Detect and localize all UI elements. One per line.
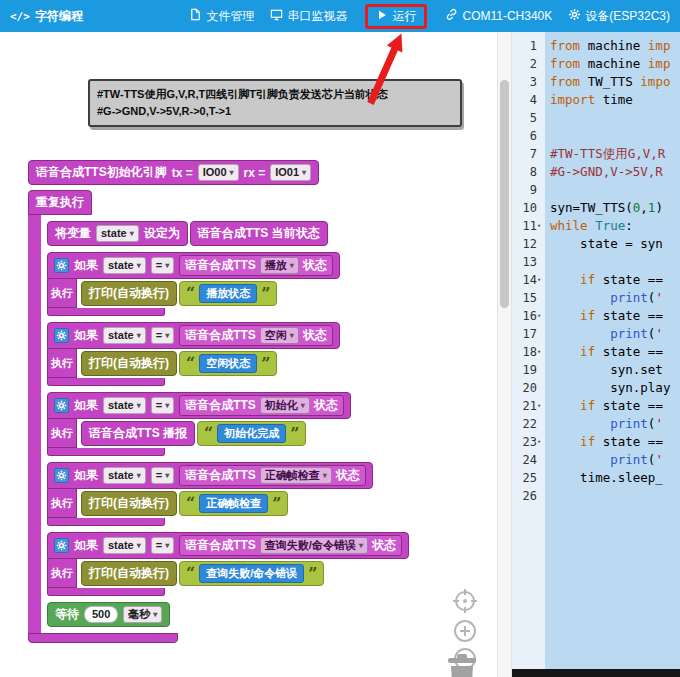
if-header[interactable]: 如果state▾=▾语音合成TTS初始化▾状态 bbox=[47, 392, 351, 419]
scrollbar-thumb[interactable] bbox=[500, 80, 509, 308]
comment-line: #TW-TTS使用G,V,R,T四线引脚T引脚负责发送芯片当前状态 bbox=[97, 86, 453, 103]
if-header[interactable]: 如果state▾=▾语音合成TTS正确帧检查▾状态 bbox=[47, 462, 373, 489]
wait-value-field[interactable]: 500 bbox=[84, 606, 118, 623]
tts-state-block[interactable]: 语音合成TTS初始化▾状态 bbox=[179, 395, 344, 416]
caret-down-icon: ▾ bbox=[323, 472, 327, 480]
string-block[interactable]: “播放状态” bbox=[179, 281, 277, 306]
tts-state-block[interactable]: 语音合成TTS播放▾状态 bbox=[179, 255, 333, 276]
variable-dropdown[interactable]: state▾ bbox=[103, 257, 146, 274]
code-horizontal-scrollbar[interactable] bbox=[512, 669, 680, 677]
caret-down-icon: ▾ bbox=[165, 262, 169, 270]
variable-dropdown[interactable]: state▾ bbox=[96, 225, 139, 242]
wait-block[interactable]: 等待 500 毫秒▾ bbox=[47, 602, 170, 627]
variable-dropdown[interactable]: state▾ bbox=[103, 397, 146, 414]
string-value[interactable]: 播放状态 bbox=[199, 284, 257, 303]
fold-marker[interactable]: ▾ bbox=[537, 348, 545, 356]
close-quote-icon: ” bbox=[261, 359, 270, 369]
operator-dropdown[interactable]: =▾ bbox=[151, 537, 174, 554]
print-block[interactable]: 打印(自动换行) bbox=[81, 281, 177, 306]
string-block[interactable]: “空闲状态” bbox=[179, 351, 277, 376]
fold-marker[interactable]: ▾ bbox=[537, 438, 545, 446]
if-block[interactable]: 如果state▾=▾语音合成TTS初始化▾状态执行语音合成TTS 播报“初始化完… bbox=[47, 392, 409, 456]
print-block[interactable]: 打印(自动换行) bbox=[81, 561, 177, 586]
fold-marker[interactable]: ▾ bbox=[537, 312, 545, 320]
mutator-gear-icon[interactable] bbox=[54, 328, 69, 343]
if-body: 执行打印(自动换行)“查询失败/命令错误” bbox=[47, 559, 324, 588]
block-workspace[interactable]: #TW-TTS使用G,V,R,T四线引脚T引脚负责发送芯片当前状态 #G->GN… bbox=[0, 32, 497, 677]
state-option-dropdown[interactable]: 空闲▾ bbox=[260, 327, 299, 344]
comment-line: #G->GND,V->5V,R->0,T->1 bbox=[97, 103, 453, 120]
if-body: 执行打印(自动换行)“正确帧检查” bbox=[47, 489, 288, 518]
state-option-dropdown[interactable]: 播放▾ bbox=[260, 257, 299, 274]
operator-dropdown[interactable]: =▾ bbox=[151, 327, 174, 344]
if-header[interactable]: 如果state▾=▾语音合成TTS空闲▾状态 bbox=[47, 322, 340, 349]
code-lines[interactable]: from machine impfrom machine impfrom TW_… bbox=[545, 32, 680, 677]
fold-marker[interactable]: ▾ bbox=[537, 276, 545, 284]
menu-device[interactable]: 设备(ESP32C3) bbox=[568, 8, 670, 25]
repeat-block[interactable]: 重复执行 将变量 state▾ 设定为 语音合成TTS 当前状态 如果state… bbox=[28, 190, 409, 643]
string-value[interactable]: 初始化完成 bbox=[217, 424, 286, 443]
trash-icon[interactable] bbox=[444, 652, 480, 677]
variable-dropdown[interactable]: state▾ bbox=[103, 537, 146, 554]
string-block[interactable]: “初始化完成” bbox=[197, 421, 306, 446]
code-panel[interactable]: 1234567891011▾121314▾1516▾1718▾192021▾22… bbox=[512, 32, 680, 677]
variable-dropdown[interactable]: state▾ bbox=[103, 467, 146, 484]
string-block[interactable]: “查询失败/命令错误” bbox=[179, 561, 324, 586]
do-label: 执行 bbox=[47, 489, 77, 518]
operator-dropdown[interactable]: =▾ bbox=[151, 467, 174, 484]
wait-unit-dropdown[interactable]: 毫秒▾ bbox=[123, 606, 162, 623]
if-block[interactable]: 如果state▾=▾语音合成TTS正确帧检查▾状态执行打印(自动换行)“正确帧检… bbox=[47, 462, 409, 526]
tts-state-block[interactable]: 语音合成TTS空闲▾状态 bbox=[179, 325, 333, 346]
line-number: 11▾ bbox=[512, 217, 545, 235]
if-block[interactable]: 如果state▾=▾语音合成TTS查询失败/命令错误▾状态执行打印(自动换行)“… bbox=[47, 532, 409, 596]
state-option-dropdown[interactable]: 初始化▾ bbox=[260, 397, 310, 414]
menu-file-manager[interactable]: 文件管理 bbox=[189, 8, 254, 25]
menu-com-port[interactable]: COM11-CH340K bbox=[445, 8, 552, 24]
app-brand[interactable]: </> 字符编程 bbox=[0, 8, 93, 25]
repeat-body: 将变量 state▾ 设定为 语音合成TTS 当前状态 如果state▾=▾语音… bbox=[28, 215, 409, 633]
tts-init-block[interactable]: 语音合成TTS初始化引脚 tx = IO00▾ rx = IO01▾ bbox=[28, 160, 319, 185]
rx-label: rx = bbox=[244, 166, 266, 180]
tts-state-block[interactable]: 语音合成TTS正确帧检查▾状态 bbox=[179, 465, 366, 486]
if-header[interactable]: 如果state▾=▾语音合成TTS播放▾状态 bbox=[47, 252, 340, 279]
rx-pin-dropdown[interactable]: IO01▾ bbox=[270, 164, 311, 181]
menu-serial-monitor[interactable]: 串口监视器 bbox=[270, 8, 347, 25]
run-button[interactable]: 运行 bbox=[365, 4, 427, 29]
string-value[interactable]: 正确帧检查 bbox=[199, 494, 268, 513]
print-block[interactable]: 打印(自动换行) bbox=[81, 491, 177, 516]
string-value[interactable]: 查询失败/命令错误 bbox=[199, 564, 304, 583]
fold-marker[interactable]: ▾ bbox=[537, 222, 545, 230]
fold-marker[interactable]: ▾ bbox=[537, 402, 545, 410]
tx-pin-dropdown[interactable]: IO00▾ bbox=[198, 164, 239, 181]
set-variable-block[interactable]: 将变量 state▾ 设定为 bbox=[47, 221, 188, 246]
if-block[interactable]: 如果state▾=▾语音合成TTS播放▾状态执行打印(自动换行)“播放状态” bbox=[47, 252, 409, 316]
comment-block[interactable]: #TW-TTS使用G,V,R,T四线引脚T引脚负责发送芯片当前状态 #G->GN… bbox=[88, 79, 462, 127]
string-block[interactable]: “正确帧检查” bbox=[179, 491, 288, 516]
if-header[interactable]: 如果state▾=▾语音合成TTS查询失败/命令错误▾状态 bbox=[47, 532, 409, 559]
if-block[interactable]: 如果state▾=▾语音合成TTS空闲▾状态执行打印(自动换行)“空闲状态” bbox=[47, 322, 409, 386]
print-block[interactable]: 打印(自动换行) bbox=[81, 351, 177, 376]
operator-dropdown[interactable]: =▾ bbox=[151, 397, 174, 414]
tts-current-state-block[interactable]: 语音合成TTS 当前状态 bbox=[190, 221, 328, 246]
variable-dropdown[interactable]: state▾ bbox=[103, 327, 146, 344]
code-line: if state == bbox=[545, 397, 680, 415]
if-label: 如果 bbox=[74, 467, 98, 484]
code-line: if state == bbox=[545, 271, 680, 289]
tts-broadcast-block[interactable]: 语音合成TTS 播报 bbox=[81, 421, 195, 446]
vertical-scrollbar[interactable] bbox=[497, 32, 512, 677]
mutator-gear-icon[interactable] bbox=[54, 258, 69, 273]
string-value[interactable]: 空闲状态 bbox=[199, 354, 257, 373]
code-line: #G->GND,V->5V,R bbox=[545, 163, 680, 181]
mutator-gear-icon[interactable] bbox=[54, 468, 69, 483]
operator-dropdown[interactable]: =▾ bbox=[151, 257, 174, 274]
caret-down-icon: ▾ bbox=[165, 472, 169, 480]
tts-state-block[interactable]: 语音合成TTS查询失败/命令错误▾状态 bbox=[179, 535, 402, 556]
zoom-in-button[interactable] bbox=[452, 618, 478, 644]
mutator-gear-icon[interactable] bbox=[54, 398, 69, 413]
repeat-header[interactable]: 重复执行 bbox=[28, 190, 92, 215]
zoom-reset-button[interactable] bbox=[452, 588, 478, 614]
caret-down-icon: ▾ bbox=[137, 542, 141, 550]
state-option-dropdown[interactable]: 查询失败/命令错误▾ bbox=[260, 537, 368, 554]
state-option-dropdown[interactable]: 正确帧检查▾ bbox=[260, 467, 332, 484]
mutator-gear-icon[interactable] bbox=[54, 538, 69, 553]
